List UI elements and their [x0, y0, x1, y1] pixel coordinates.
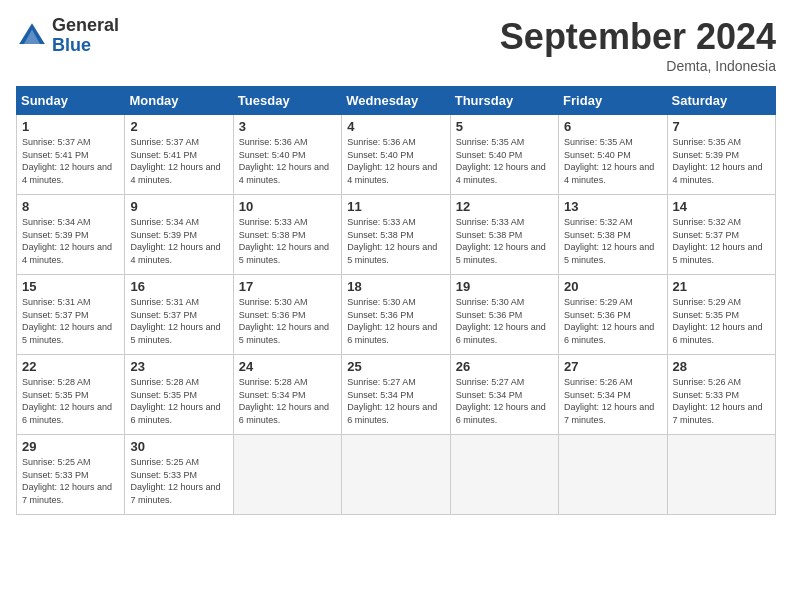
- day-info: Sunrise: 5:26 AMSunset: 5:34 PMDaylight:…: [564, 377, 654, 425]
- day-info: Sunrise: 5:26 AMSunset: 5:33 PMDaylight:…: [673, 377, 763, 425]
- day-info: Sunrise: 5:31 AMSunset: 5:37 PMDaylight:…: [130, 297, 220, 345]
- table-row: 12Sunrise: 5:33 AMSunset: 5:38 PMDayligh…: [450, 195, 558, 275]
- day-number: 27: [564, 359, 661, 374]
- table-row: 1Sunrise: 5:37 AMSunset: 5:41 PMDaylight…: [17, 115, 125, 195]
- table-row: [233, 435, 341, 515]
- day-number: 20: [564, 279, 661, 294]
- location: Demta, Indonesia: [500, 58, 776, 74]
- day-number: 10: [239, 199, 336, 214]
- day-info: Sunrise: 5:32 AMSunset: 5:37 PMDaylight:…: [673, 217, 763, 265]
- table-row: [342, 435, 450, 515]
- day-info: Sunrise: 5:35 AMSunset: 5:39 PMDaylight:…: [673, 137, 763, 185]
- table-row: 13Sunrise: 5:32 AMSunset: 5:38 PMDayligh…: [559, 195, 667, 275]
- day-number: 21: [673, 279, 770, 294]
- col-thursday: Thursday: [450, 87, 558, 115]
- day-number: 24: [239, 359, 336, 374]
- day-number: 25: [347, 359, 444, 374]
- day-info: Sunrise: 5:31 AMSunset: 5:37 PMDaylight:…: [22, 297, 112, 345]
- day-info: Sunrise: 5:35 AMSunset: 5:40 PMDaylight:…: [564, 137, 654, 185]
- table-row: 15Sunrise: 5:31 AMSunset: 5:37 PMDayligh…: [17, 275, 125, 355]
- logo-text: General Blue: [52, 16, 119, 56]
- day-info: Sunrise: 5:37 AMSunset: 5:41 PMDaylight:…: [22, 137, 112, 185]
- day-number: 30: [130, 439, 227, 454]
- table-row: 18Sunrise: 5:30 AMSunset: 5:36 PMDayligh…: [342, 275, 450, 355]
- col-friday: Friday: [559, 87, 667, 115]
- col-tuesday: Tuesday: [233, 87, 341, 115]
- day-info: Sunrise: 5:33 AMSunset: 5:38 PMDaylight:…: [456, 217, 546, 265]
- table-row: 24Sunrise: 5:28 AMSunset: 5:34 PMDayligh…: [233, 355, 341, 435]
- col-wednesday: Wednesday: [342, 87, 450, 115]
- calendar-header-row: Sunday Monday Tuesday Wednesday Thursday…: [17, 87, 776, 115]
- day-number: 8: [22, 199, 119, 214]
- logo-icon: [16, 20, 48, 52]
- day-info: Sunrise: 5:34 AMSunset: 5:39 PMDaylight:…: [130, 217, 220, 265]
- table-row: [559, 435, 667, 515]
- day-number: 3: [239, 119, 336, 134]
- day-info: Sunrise: 5:33 AMSunset: 5:38 PMDaylight:…: [239, 217, 329, 265]
- logo-blue: Blue: [52, 35, 91, 55]
- day-number: 2: [130, 119, 227, 134]
- day-number: 14: [673, 199, 770, 214]
- table-row: [667, 435, 775, 515]
- table-row: 3Sunrise: 5:36 AMSunset: 5:40 PMDaylight…: [233, 115, 341, 195]
- day-info: Sunrise: 5:27 AMSunset: 5:34 PMDaylight:…: [347, 377, 437, 425]
- table-row: 5Sunrise: 5:35 AMSunset: 5:40 PMDaylight…: [450, 115, 558, 195]
- day-info: Sunrise: 5:33 AMSunset: 5:38 PMDaylight:…: [347, 217, 437, 265]
- calendar-week-row: 1Sunrise: 5:37 AMSunset: 5:41 PMDaylight…: [17, 115, 776, 195]
- day-info: Sunrise: 5:29 AMSunset: 5:36 PMDaylight:…: [564, 297, 654, 345]
- table-row: 17Sunrise: 5:30 AMSunset: 5:36 PMDayligh…: [233, 275, 341, 355]
- day-number: 1: [22, 119, 119, 134]
- page-header: General Blue September 2024 Demta, Indon…: [16, 16, 776, 74]
- col-saturday: Saturday: [667, 87, 775, 115]
- col-monday: Monday: [125, 87, 233, 115]
- day-number: 26: [456, 359, 553, 374]
- day-number: 9: [130, 199, 227, 214]
- table-row: 27Sunrise: 5:26 AMSunset: 5:34 PMDayligh…: [559, 355, 667, 435]
- day-number: 12: [456, 199, 553, 214]
- calendar-week-row: 15Sunrise: 5:31 AMSunset: 5:37 PMDayligh…: [17, 275, 776, 355]
- day-number: 19: [456, 279, 553, 294]
- day-info: Sunrise: 5:34 AMSunset: 5:39 PMDaylight:…: [22, 217, 112, 265]
- table-row: 19Sunrise: 5:30 AMSunset: 5:36 PMDayligh…: [450, 275, 558, 355]
- day-number: 15: [22, 279, 119, 294]
- col-sunday: Sunday: [17, 87, 125, 115]
- day-info: Sunrise: 5:28 AMSunset: 5:34 PMDaylight:…: [239, 377, 329, 425]
- day-number: 22: [22, 359, 119, 374]
- table-row: 23Sunrise: 5:28 AMSunset: 5:35 PMDayligh…: [125, 355, 233, 435]
- table-row: 30Sunrise: 5:25 AMSunset: 5:33 PMDayligh…: [125, 435, 233, 515]
- day-number: 7: [673, 119, 770, 134]
- table-row: 16Sunrise: 5:31 AMSunset: 5:37 PMDayligh…: [125, 275, 233, 355]
- month-title: September 2024: [500, 16, 776, 58]
- table-row: 20Sunrise: 5:29 AMSunset: 5:36 PMDayligh…: [559, 275, 667, 355]
- day-info: Sunrise: 5:30 AMSunset: 5:36 PMDaylight:…: [347, 297, 437, 345]
- day-number: 5: [456, 119, 553, 134]
- title-block: September 2024 Demta, Indonesia: [500, 16, 776, 74]
- calendar-week-row: 22Sunrise: 5:28 AMSunset: 5:35 PMDayligh…: [17, 355, 776, 435]
- calendar-week-row: 29Sunrise: 5:25 AMSunset: 5:33 PMDayligh…: [17, 435, 776, 515]
- calendar-table: Sunday Monday Tuesday Wednesday Thursday…: [16, 86, 776, 515]
- day-number: 18: [347, 279, 444, 294]
- day-number: 29: [22, 439, 119, 454]
- day-info: Sunrise: 5:25 AMSunset: 5:33 PMDaylight:…: [130, 457, 220, 505]
- day-info: Sunrise: 5:37 AMSunset: 5:41 PMDaylight:…: [130, 137, 220, 185]
- table-row: 26Sunrise: 5:27 AMSunset: 5:34 PMDayligh…: [450, 355, 558, 435]
- day-number: 23: [130, 359, 227, 374]
- day-info: Sunrise: 5:30 AMSunset: 5:36 PMDaylight:…: [239, 297, 329, 345]
- table-row: 28Sunrise: 5:26 AMSunset: 5:33 PMDayligh…: [667, 355, 775, 435]
- day-info: Sunrise: 5:29 AMSunset: 5:35 PMDaylight:…: [673, 297, 763, 345]
- day-number: 17: [239, 279, 336, 294]
- day-info: Sunrise: 5:35 AMSunset: 5:40 PMDaylight:…: [456, 137, 546, 185]
- day-number: 16: [130, 279, 227, 294]
- day-info: Sunrise: 5:28 AMSunset: 5:35 PMDaylight:…: [22, 377, 112, 425]
- day-info: Sunrise: 5:32 AMSunset: 5:38 PMDaylight:…: [564, 217, 654, 265]
- table-row: 8Sunrise: 5:34 AMSunset: 5:39 PMDaylight…: [17, 195, 125, 275]
- table-row: 9Sunrise: 5:34 AMSunset: 5:39 PMDaylight…: [125, 195, 233, 275]
- table-row: 2Sunrise: 5:37 AMSunset: 5:41 PMDaylight…: [125, 115, 233, 195]
- table-row: 6Sunrise: 5:35 AMSunset: 5:40 PMDaylight…: [559, 115, 667, 195]
- day-info: Sunrise: 5:36 AMSunset: 5:40 PMDaylight:…: [239, 137, 329, 185]
- table-row: 22Sunrise: 5:28 AMSunset: 5:35 PMDayligh…: [17, 355, 125, 435]
- day-info: Sunrise: 5:30 AMSunset: 5:36 PMDaylight:…: [456, 297, 546, 345]
- table-row: 10Sunrise: 5:33 AMSunset: 5:38 PMDayligh…: [233, 195, 341, 275]
- table-row: 25Sunrise: 5:27 AMSunset: 5:34 PMDayligh…: [342, 355, 450, 435]
- day-info: Sunrise: 5:25 AMSunset: 5:33 PMDaylight:…: [22, 457, 112, 505]
